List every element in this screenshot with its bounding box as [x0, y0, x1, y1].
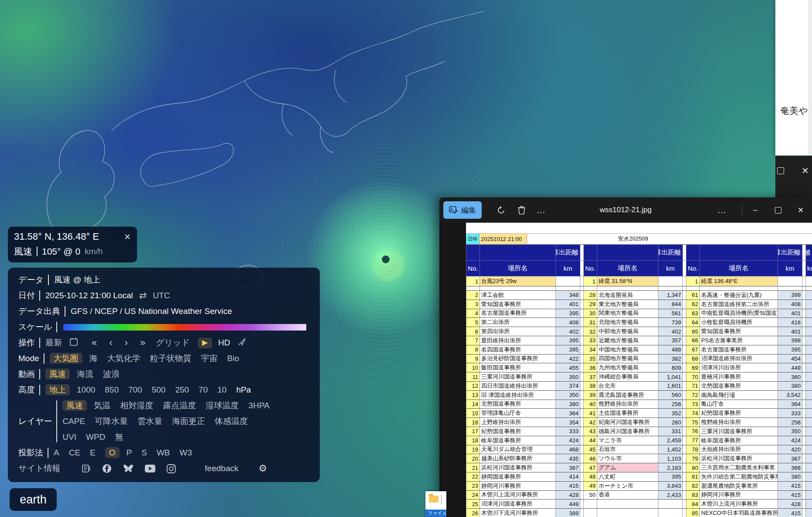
- option-1000[interactable]: 1000: [77, 385, 95, 394]
- option-湿球温度[interactable]: 湿球温度: [206, 401, 239, 410]
- step-back-button[interactable]: ‹: [109, 337, 112, 348]
- maximize-icon[interactable]: [777, 167, 784, 174]
- table-row: 13旧 津国道維持出張所35039鹿児島国道事務所56072南鳥島飛行場3,54…: [466, 390, 812, 400]
- site-info-link[interactable]: サイト情報: [18, 463, 60, 474]
- cell-place: PS名古屋事業所: [700, 336, 778, 345]
- location-marker[interactable]: [380, 254, 391, 265]
- option-CE[interactable]: CE: [69, 448, 80, 457]
- delete-icon[interactable]: [511, 206, 531, 214]
- option-700[interactable]: 700: [128, 385, 142, 394]
- option-波浪[interactable]: 波浪: [103, 369, 120, 379]
- option-250[interactable]: 250: [175, 385, 189, 394]
- cell-km: 402: [556, 327, 580, 336]
- table-cell: [686, 245, 700, 261]
- option-粒子状物質[interactable]: 粒子状物質: [150, 354, 192, 363]
- option-相対湿度[interactable]: 相対湿度: [120, 401, 153, 410]
- wind-speed-unit[interactable]: km/h: [85, 247, 103, 256]
- table-cell: [806, 381, 812, 390]
- locate-arrow-icon[interactable]: [238, 338, 246, 348]
- option-WPD[interactable]: WPD: [86, 432, 105, 441]
- table-cell: [683, 286, 686, 291]
- latest-button[interactable]: 最新: [45, 337, 62, 348]
- bluesky-icon[interactable]: [123, 464, 134, 473]
- table-cell: [480, 245, 556, 261]
- feedback-link[interactable]: feedback: [205, 464, 238, 473]
- cell-place: 東北地方整備局: [597, 300, 658, 309]
- grid-toggle[interactable]: グリッド: [156, 337, 190, 348]
- overlay-row-2: CAPE可降水量雲水量海面更正体感温度: [62, 414, 279, 429]
- edit-button[interactable]: 編集: [443, 201, 482, 219]
- maximize-button[interactable]: [767, 197, 789, 223]
- option-海[interactable]: 海: [89, 354, 98, 363]
- cell-no: 73: [686, 400, 700, 409]
- table-cell: [683, 300, 686, 309]
- option-風速[interactable]: 風速: [45, 369, 70, 379]
- option-3HPA[interactable]: 3HPA: [248, 401, 269, 410]
- photo-viewer-area[interactable]: 日時 20251012 21:00 安水202509 算出距離算出距離算出距離算…: [439, 223, 812, 517]
- close-icon[interactable]: ✕: [802, 165, 809, 176]
- option-70[interactable]: 70: [199, 385, 208, 394]
- option-S[interactable]: S: [141, 448, 147, 457]
- hd-toggle[interactable]: HD: [218, 338, 230, 348]
- option-無[interactable]: 無: [115, 432, 123, 441]
- table-cell: [806, 454, 812, 463]
- option-A[interactable]: A: [54, 448, 59, 457]
- table-row: 11三重河川国道事務所35037沖縄総合事務局1,04170豊橋河川事務所360: [466, 372, 812, 382]
- cell-no: 30: [584, 309, 597, 318]
- option-露点温度[interactable]: 露点温度: [163, 401, 196, 410]
- option-UVI[interactable]: UVI: [62, 432, 76, 441]
- option-体感温度[interactable]: 体感温度: [215, 417, 248, 426]
- scrollbar[interactable]: [808, 0, 812, 155]
- color-scale-bar[interactable]: [63, 324, 306, 331]
- option-気温[interactable]: 気温: [94, 401, 110, 410]
- header-km: km: [556, 261, 580, 276]
- option-10[interactable]: 10: [217, 385, 226, 394]
- option-海流[interactable]: 海流: [77, 369, 93, 379]
- option-850[interactable]: 850: [105, 385, 119, 394]
- step-first-button[interactable]: «: [92, 337, 97, 348]
- youtube-icon[interactable]: [145, 465, 155, 472]
- option-雲水量[interactable]: 雲水量: [137, 417, 162, 426]
- close-button[interactable]: ✕: [789, 197, 812, 223]
- option-WB[interactable]: WB: [157, 448, 170, 457]
- utc-toggle[interactable]: UTC: [153, 291, 170, 300]
- file-dialog-fragment[interactable]: ファイル: [425, 491, 446, 517]
- instagram-icon[interactable]: [167, 464, 176, 473]
- facebook-icon[interactable]: [102, 464, 112, 473]
- table-cell: [580, 445, 584, 454]
- step-forward-button[interactable]: ›: [125, 337, 128, 348]
- option-E[interactable]: E: [90, 448, 96, 457]
- option-宇宙[interactable]: 宇宙: [201, 354, 218, 363]
- table-cell: [802, 409, 806, 418]
- option-大気化学[interactable]: 大気化学: [107, 354, 140, 363]
- news-icon[interactable]: [82, 465, 91, 472]
- option-O[interactable]: O: [105, 447, 120, 458]
- option-海面更正[interactable]: 海面更正: [172, 417, 205, 426]
- play-button[interactable]: ▶: [198, 338, 212, 348]
- table-cell: [806, 400, 812, 409]
- more-options-right[interactable]: …: [717, 205, 727, 215]
- option-大気圏[interactable]: 大気圏: [50, 353, 82, 364]
- table-cell: [802, 300, 806, 309]
- calendar-icon[interactable]: [70, 338, 78, 348]
- option-可降水量[interactable]: 可降水量: [95, 417, 128, 426]
- close-icon[interactable]: ✕: [124, 232, 131, 242]
- option-P[interactable]: P: [127, 448, 132, 457]
- option-風速[interactable]: 風速: [62, 400, 87, 411]
- option-W3[interactable]: W3: [180, 448, 192, 457]
- earth-menu-button[interactable]: earth: [10, 488, 57, 511]
- more-options-left[interactable]: …: [531, 205, 552, 215]
- option-Bio[interactable]: Bio: [227, 354, 239, 363]
- cell-no: 47: [584, 463, 597, 472]
- option-500[interactable]: 500: [152, 385, 166, 394]
- swap-arrows-icon[interactable]: ⇄: [139, 290, 147, 301]
- background-browser-window[interactable]: 奄美や: [775, 0, 812, 155]
- gear-icon[interactable]: ⚙: [258, 463, 267, 474]
- option-CAPE[interactable]: CAPE: [62, 417, 85, 426]
- table-row: 6第四出張所40232中部地方整備局40265愛知国道事務所401: [466, 327, 812, 336]
- background-dark-titlebar[interactable]: ✕: [775, 156, 812, 197]
- rotate-icon[interactable]: [491, 206, 511, 214]
- step-last-button[interactable]: »: [140, 337, 145, 348]
- minimize-button[interactable]: –: [744, 197, 767, 223]
- option-地上[interactable]: 地上: [45, 384, 70, 395]
